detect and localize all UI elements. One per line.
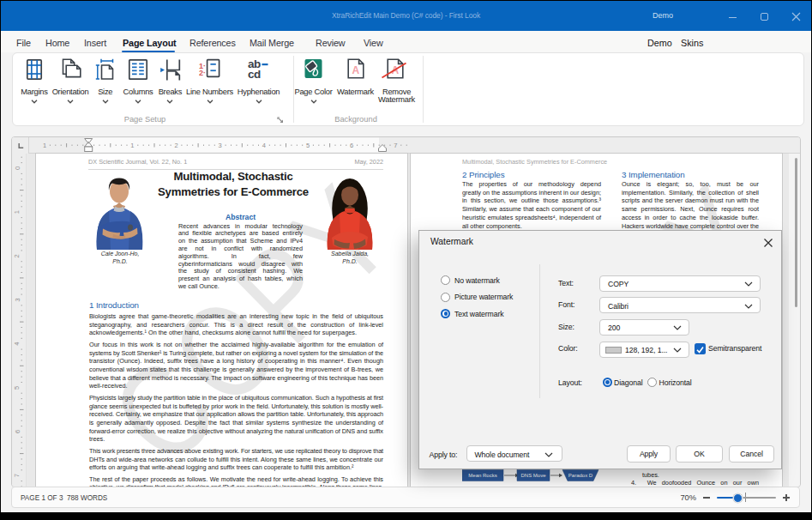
svg-text:7: 7 xyxy=(394,142,397,149)
svg-text:3: 3 xyxy=(14,298,21,301)
svg-text:7: 7 xyxy=(14,474,21,477)
svg-text:3: 3 xyxy=(219,142,222,149)
svg-text:DNS Move: DNS Move xyxy=(520,473,546,478)
svg-text:0: 0 xyxy=(14,166,21,170)
svg-text:6: 6 xyxy=(14,430,21,433)
svg-text:4: 4 xyxy=(14,342,21,346)
svg-text:Paradox D: Paradox D xyxy=(568,473,593,478)
svg-text:5: 5 xyxy=(306,142,310,149)
svg-text:2·: 2· xyxy=(199,69,206,77)
svg-text:Mean Rocks: Mean Rocks xyxy=(468,473,496,478)
svg-text:1: 1 xyxy=(43,142,46,149)
svg-text:2: 2 xyxy=(174,142,177,149)
svg-text:1: 1 xyxy=(14,210,21,214)
svg-text:cd: cd xyxy=(248,68,261,81)
svg-text:A: A xyxy=(352,64,359,76)
svg-text:4: 4 xyxy=(262,142,266,149)
svg-text:5: 5 xyxy=(14,386,21,390)
svg-text:2: 2 xyxy=(14,254,21,257)
svg-text:1: 1 xyxy=(130,142,134,149)
svg-text:6: 6 xyxy=(350,142,353,149)
